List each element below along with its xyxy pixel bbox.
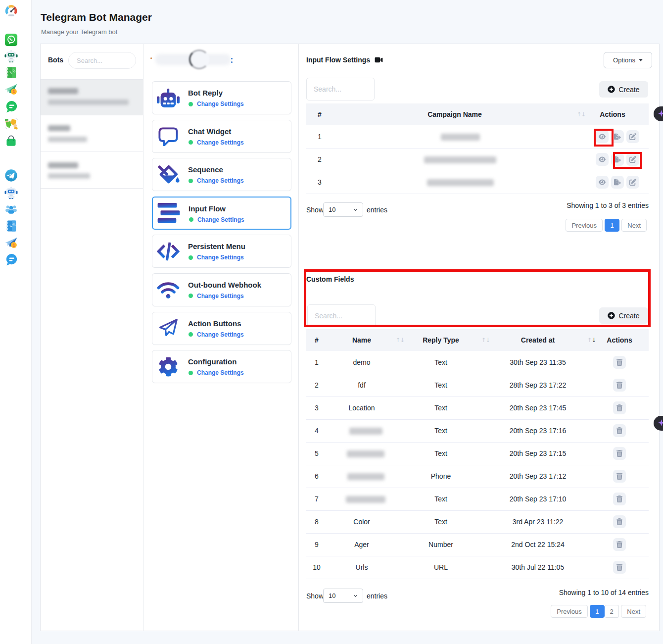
bot-list-item[interactable] bbox=[41, 80, 143, 115]
pagination-next[interactable]: Next bbox=[621, 219, 647, 232]
edit-button[interactable] bbox=[626, 153, 639, 166]
field-name: fdf bbox=[327, 374, 396, 396]
change-settings-link[interactable]: Change Settings bbox=[189, 331, 244, 338]
telegram-icon[interactable] bbox=[4, 169, 18, 182]
custom-create-button[interactable]: Create bbox=[599, 307, 648, 324]
row-actions bbox=[576, 148, 649, 171]
delete-button[interactable] bbox=[613, 447, 626, 460]
whatsapp-icon[interactable] bbox=[4, 33, 18, 47]
chat-bubble-blue-icon[interactable] bbox=[4, 253, 18, 266]
contact-book-green-icon[interactable] bbox=[4, 66, 18, 79]
pagination-page-1[interactable]: 1 bbox=[590, 605, 605, 618]
custom-field-row: 4Text20th Sep 23 17:16 bbox=[306, 419, 649, 442]
paper-plane-badge-green-icon[interactable] bbox=[4, 83, 18, 96]
feature-card-title: Configuration bbox=[188, 357, 237, 366]
edit-icon bbox=[629, 156, 636, 163]
flow-col-num[interactable]: # bbox=[306, 103, 333, 125]
export-button[interactable] bbox=[611, 176, 624, 189]
robot-green-icon[interactable] bbox=[4, 49, 18, 62]
flow-show-label: Show bbox=[306, 206, 324, 214]
feature-card-out-bound-webhook[interactable]: Out-bound WebhookChange Settings bbox=[152, 273, 291, 306]
app-root: Telegram Bot Manager Manage your Telegra… bbox=[0, 0, 663, 644]
change-settings-link[interactable]: Change Settings bbox=[189, 100, 244, 107]
view-button[interactable] bbox=[596, 176, 609, 189]
edit-button[interactable] bbox=[626, 130, 639, 143]
export-button[interactable] bbox=[611, 153, 624, 166]
chevron-down-icon bbox=[353, 207, 358, 212]
robot-blue-icon[interactable] bbox=[4, 186, 18, 199]
delete-button[interactable] bbox=[613, 379, 626, 392]
change-settings-label: Change Settings bbox=[197, 293, 244, 299]
change-settings-link[interactable]: Change Settings bbox=[189, 293, 244, 299]
delete-button[interactable] bbox=[613, 424, 626, 437]
page-subtitle: Manage your Telegram bot bbox=[41, 28, 117, 36]
status-dot bbox=[189, 179, 193, 183]
view-button[interactable] bbox=[596, 130, 609, 143]
pagination-next[interactable]: Next bbox=[621, 605, 646, 618]
edit-icon bbox=[629, 133, 636, 140]
row-number: 3 bbox=[306, 396, 327, 419]
campaign-name-redacted bbox=[333, 171, 576, 194]
row-number: 1 bbox=[306, 125, 333, 148]
change-settings-label: Change Settings bbox=[197, 331, 244, 338]
change-settings-link[interactable]: Change Settings bbox=[189, 369, 244, 376]
feature-card-persistent-menu[interactable]: Persistent MenuChange Settings bbox=[152, 235, 291, 268]
delete-button[interactable] bbox=[613, 561, 626, 574]
delete-button[interactable] bbox=[613, 538, 626, 551]
view-button[interactable] bbox=[596, 153, 609, 166]
export-button[interactable] bbox=[611, 130, 624, 143]
custom-col-name[interactable]: Name bbox=[327, 329, 396, 351]
pagination-previous[interactable]: Previous bbox=[551, 605, 588, 618]
field-created-at: 20th Sep 23 17:45 bbox=[485, 396, 590, 419]
status-dot bbox=[189, 102, 193, 106]
chat-bubble-green-icon[interactable] bbox=[4, 100, 18, 113]
flow-summary: Showing 1 to 3 of 3 entries bbox=[567, 201, 649, 209]
delete-button[interactable] bbox=[613, 401, 626, 414]
change-settings-link[interactable]: Change Settings bbox=[189, 216, 244, 223]
flow-page-size-select[interactable]: 10 bbox=[323, 202, 363, 217]
shopping-bag-icon[interactable] bbox=[4, 134, 18, 147]
flow-table-row: 2 bbox=[306, 148, 649, 171]
bot-name-redacted bbox=[48, 162, 78, 168]
bot-list-item[interactable] bbox=[41, 115, 143, 152]
pagination-page-1[interactable]: 1 bbox=[605, 219, 619, 232]
field-reply-type: Text bbox=[396, 396, 485, 419]
trash-icon bbox=[616, 518, 623, 525]
options-button[interactable]: Options bbox=[604, 52, 652, 68]
row-number: 7 bbox=[306, 488, 327, 510]
delete-button[interactable] bbox=[613, 356, 626, 369]
feature-card-input-flow[interactable]: Input FlowChange Settings bbox=[152, 197, 291, 230]
feature-card-action-buttons[interactable]: Action ButtonsChange Settings bbox=[152, 312, 291, 345]
flow-search-input[interactable] bbox=[306, 78, 375, 100]
paper-plane-badge-blue-icon[interactable] bbox=[4, 236, 18, 249]
puzzle-hands-icon[interactable] bbox=[4, 117, 18, 130]
pagination-previous[interactable]: Previous bbox=[566, 219, 603, 232]
custom-col-reply-type[interactable]: Reply Type bbox=[396, 329, 485, 351]
feature-card-title: Input Flow bbox=[189, 204, 226, 213]
flow-col-campaign[interactable]: Campaign Name bbox=[333, 103, 576, 125]
feature-card-sequence[interactable]: SequenceChange Settings bbox=[152, 158, 291, 191]
custom-col-created-at[interactable]: Created at bbox=[485, 329, 590, 351]
custom-col-num[interactable]: # bbox=[306, 329, 327, 351]
delete-button[interactable] bbox=[613, 470, 626, 483]
change-settings-link[interactable]: Change Settings bbox=[189, 139, 244, 146]
delete-button[interactable] bbox=[613, 515, 626, 528]
pagination-page-2[interactable]: 2 bbox=[605, 605, 619, 618]
flow-create-button[interactable]: Create bbox=[599, 81, 648, 98]
campaign-name-redacted bbox=[333, 148, 576, 171]
change-settings-link[interactable]: Change Settings bbox=[189, 177, 244, 184]
feature-card-configuration[interactable]: ConfigurationChange Settings bbox=[152, 350, 291, 383]
feature-card-chat-widget[interactable]: Chat WidgetChange Settings bbox=[152, 120, 291, 153]
delete-button[interactable] bbox=[613, 493, 626, 505]
bot-list-item[interactable] bbox=[41, 151, 143, 189]
team-icon[interactable] bbox=[4, 202, 18, 215]
change-settings-link[interactable]: Change Settings bbox=[189, 254, 244, 261]
edit-button[interactable] bbox=[626, 176, 639, 189]
flow-col-actions: Actions bbox=[576, 103, 649, 125]
bots-search-input[interactable] bbox=[68, 52, 136, 69]
speedometer-icon[interactable] bbox=[4, 4, 18, 17]
custom-search-input[interactable] bbox=[307, 304, 376, 327]
contact-book-blue-icon[interactable] bbox=[4, 219, 18, 233]
feature-card-bot-reply[interactable]: Bot ReplyChange Settings bbox=[152, 81, 291, 114]
custom-page-size-select[interactable]: 10 bbox=[323, 589, 363, 603]
